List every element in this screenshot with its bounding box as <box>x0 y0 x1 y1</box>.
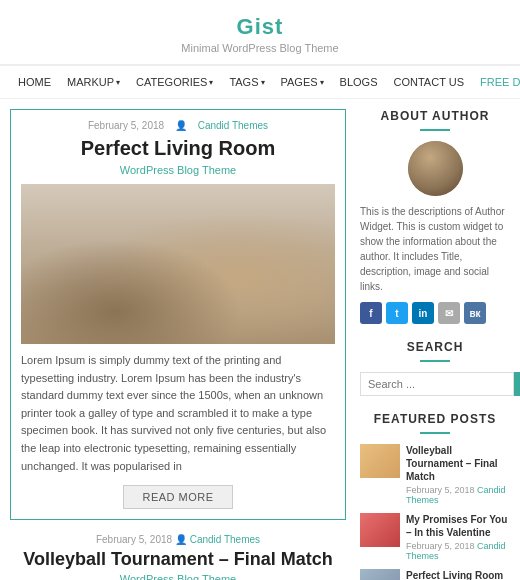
author-avatar <box>408 141 463 196</box>
nav-tags[interactable]: TAGS ▾ <box>221 66 272 98</box>
article-date-2: February 5, 2018 <box>96 534 172 545</box>
about-author-section: ABOUT AUTHOR This is the descriptions of… <box>360 109 510 324</box>
feat-date-1: February 5, 2018 <box>406 485 475 495</box>
main-column: February 5, 2018 👤 Candid Themes Perfect… <box>10 109 346 580</box>
search-section: SEARCH SEARCH <box>360 340 510 396</box>
search-wrap: SEARCH <box>360 372 510 396</box>
room-image <box>21 184 335 344</box>
nav-home[interactable]: HOME <box>10 66 59 98</box>
featured-meta-2: February 5, 2018 Candid Themes <box>406 541 510 561</box>
nav-blogs[interactable]: BLOGS <box>332 66 386 98</box>
sidebar: ABOUT AUTHOR This is the descriptions of… <box>360 109 510 580</box>
social-twitter-icon[interactable]: t <box>386 302 408 324</box>
chevron-down-icon: ▾ <box>209 78 213 87</box>
nav-contact[interactable]: CONTACT US <box>386 66 473 98</box>
featured-posts-section: FEATURED POSTS Volleyball Tournament – F… <box>360 412 510 580</box>
article-title-2: Volleyball Tournament – Final Match <box>10 549 346 570</box>
social-email-icon[interactable]: ✉ <box>438 302 460 324</box>
main-nav: HOME MARKUP ▾ CATEGORIES ▾ TAGS ▾ PAGES … <box>0 65 520 99</box>
section-divider-featured <box>420 432 450 434</box>
feat-date-2: February 5, 2018 <box>406 541 475 551</box>
site-tagline: Minimal WordPress Blog Theme <box>0 42 520 54</box>
section-divider-search <box>420 360 450 362</box>
avatar-image <box>408 141 463 196</box>
section-divider <box>420 129 450 131</box>
featured-item-3: Perfect Living Room February 5, 2018 Can… <box>360 569 510 580</box>
featured-meta-1: February 5, 2018 Candid Themes <box>406 485 510 505</box>
article-image-1 <box>21 184 335 344</box>
site-header: Gist Minimal WordPress Blog Theme <box>0 0 520 65</box>
featured-info-2: My Promises For You – In this Valentine … <box>406 513 510 561</box>
nav-free-download[interactable]: FREE DOWNLOAD <box>472 66 520 98</box>
article-meta-1: February 5, 2018 👤 Candid Themes <box>21 120 335 131</box>
featured-thumb-2 <box>360 513 400 547</box>
chevron-down-icon: ▾ <box>261 78 265 87</box>
read-more-button[interactable]: READ MORE <box>123 485 232 509</box>
social-facebook-icon[interactable]: f <box>360 302 382 324</box>
article-author-1: Candid Themes <box>198 120 268 131</box>
article-card-2: February 5, 2018 👤 Candid Themes Volleyb… <box>10 532 346 580</box>
article-author-icon-2: 👤 <box>175 534 190 545</box>
featured-title-1[interactable]: Volleyball Tournament – Final Match <box>406 444 510 483</box>
chevron-down-icon: ▾ <box>320 78 324 87</box>
site-title: Gist <box>0 14 520 40</box>
article-author-icon: 👤 <box>175 120 187 131</box>
search-button[interactable]: SEARCH <box>514 372 520 396</box>
featured-info-1: Volleyball Tournament – Final Match Febr… <box>406 444 510 505</box>
article-subtitle-2: WordPress Blog Theme <box>10 573 346 580</box>
search-section-title: SEARCH <box>360 340 510 354</box>
featured-thumb-1 <box>360 444 400 478</box>
social-linkedin-icon[interactable]: in <box>412 302 434 324</box>
article-subtitle-1: WordPress Blog Theme <box>21 164 335 176</box>
featured-posts-title: FEATURED POSTS <box>360 412 510 426</box>
about-author-title: ABOUT AUTHOR <box>360 109 510 123</box>
article-excerpt-1: Lorem Ipsum is simply dummy text of the … <box>21 352 335 475</box>
featured-title-3[interactable]: Perfect Living Room <box>406 569 510 580</box>
chevron-down-icon: ▾ <box>116 78 120 87</box>
social-vk-icon[interactable]: вк <box>464 302 486 324</box>
nav-markup[interactable]: MARKUP ▾ <box>59 66 128 98</box>
search-input[interactable] <box>360 372 514 396</box>
featured-info-3: Perfect Living Room February 5, 2018 Can… <box>406 569 510 580</box>
read-more-wrap: READ MORE <box>21 485 335 509</box>
article-meta-2: February 5, 2018 👤 Candid Themes <box>10 534 346 545</box>
featured-title-2[interactable]: My Promises For You – In this Valentine <box>406 513 510 539</box>
author-description: This is the descriptions of Author Widge… <box>360 204 510 294</box>
article-author-2: Candid Themes <box>190 534 260 545</box>
nav-categories[interactable]: CATEGORIES ▾ <box>128 66 221 98</box>
nav-pages[interactable]: PAGES ▾ <box>273 66 332 98</box>
article-date-1: February 5, 2018 <box>88 120 164 131</box>
featured-item-1: Volleyball Tournament – Final Match Febr… <box>360 444 510 505</box>
featured-thumb-3 <box>360 569 400 580</box>
social-icons: f t in ✉ вк <box>360 302 510 324</box>
content-wrap: February 5, 2018 👤 Candid Themes Perfect… <box>0 99 520 580</box>
article-card-1: February 5, 2018 👤 Candid Themes Perfect… <box>10 109 346 520</box>
featured-item-2: My Promises For You – In this Valentine … <box>360 513 510 561</box>
article-title-1: Perfect Living Room <box>21 137 335 160</box>
